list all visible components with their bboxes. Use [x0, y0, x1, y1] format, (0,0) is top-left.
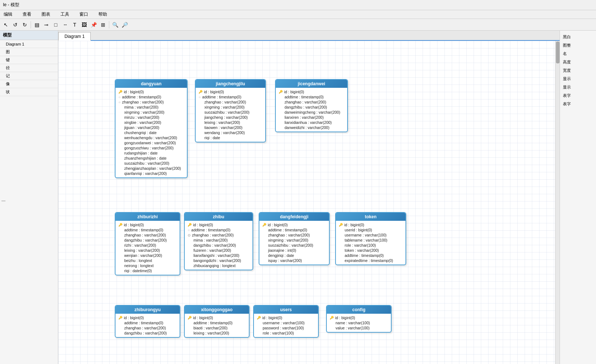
field-name: leixing : varchar(200) — [193, 331, 229, 335]
right-sidebar-xianshi1[interactable]: 显示 — [561, 75, 595, 82]
image-btn[interactable]: 🖼 — [80, 20, 89, 29]
sidebar-item-zhuang[interactable]: 状 — [0, 88, 58, 96]
db-table-zhiburizhi[interactable]: zhiburizhi🔑id : bigint(0) addtime : time… — [115, 212, 180, 275]
db-table-jicengdanwei[interactable]: jicengdanwei🔑id : bigint(0) addtime : ti… — [275, 79, 348, 132]
table-row: lianxiren : varchar(200) — [279, 115, 344, 120]
field-name: id : bigint(0) — [262, 316, 282, 320]
sidebar-header: 模型 — [0, 31, 58, 40]
redo-btn[interactable]: ↻ — [20, 20, 29, 29]
undo-btn[interactable]: ↺ — [11, 20, 20, 29]
field-name: id : bigint(0) — [193, 223, 213, 227]
right-sidebar-xianshi2[interactable]: 显示 — [561, 84, 595, 91]
table-row: username : varchar(100) — [257, 320, 315, 325]
relation-btn[interactable]: ⊸ — [42, 20, 51, 29]
right-sidebar-kuandu[interactable]: 宽度 — [561, 67, 595, 74]
tab-diagram1[interactable]: Diagram 1 — [58, 32, 91, 41]
field-name: id : bigint(0) — [335, 316, 355, 320]
sidebar-item-jing[interactable]: 径 — [0, 64, 58, 72]
db-table-zhiburongyu[interactable]: zhiburongyu🔑id : bigint(0) addtime : tim… — [115, 305, 180, 338]
table-row: userid : bigint(0) — [339, 227, 403, 232]
field-name: zhanghao : varchar(200) — [268, 233, 310, 237]
table-row: addtime : timestamp(0) — [262, 227, 326, 232]
table-body-dangfeidengji: 🔑id : bigint(0) addtime : timestamp(0) z… — [259, 221, 329, 265]
db-table-jiangchengjilu[interactable]: jiangchengjilu🔑id : bigint(0)○addtime : … — [195, 79, 266, 142]
table-row: ○addtime : timestamp(0) — [188, 227, 250, 232]
menu-view[interactable]: 查看 — [20, 11, 34, 18]
field-name: tablename : varchar(100) — [345, 238, 387, 242]
scrollbar-thumb[interactable] — [556, 42, 560, 63]
menu-edit[interactable]: 编辑 — [1, 11, 15, 18]
field-name: fuzeren : varchar(200) — [193, 248, 231, 253]
table-row: jiguan : varchar(200) — [118, 125, 184, 130]
select-tool-btn[interactable]: ↖ — [1, 20, 10, 29]
sidebar-item-diagram1[interactable]: Diagram 1 — [0, 40, 58, 48]
circle-icon: ○ — [118, 95, 121, 99]
table-row: ○addtime : timestamp(0) — [199, 94, 262, 99]
canvas[interactable]: dangyuan🔑id : bigint(0)○addtime : timest… — [58, 41, 560, 364]
right-sidebar-biaozi1[interactable]: 表字 — [561, 92, 595, 99]
right-sidebar-baihe[interactable]: 黑白 — [561, 34, 595, 40]
field-name: lianxifangshi : varchar(200) — [193, 253, 239, 258]
table-header-config: config — [327, 306, 391, 314]
table-row: zhanghao : varchar(200) — [118, 232, 177, 238]
field-name: value : varchar(100) — [336, 326, 369, 330]
field-name: lianxidianhua : varchar(200) — [285, 120, 332, 125]
table-row: tablename : varchar(100) — [339, 238, 403, 243]
table-body-dangyuan: 🔑id : bigint(0)○addtime : timestamp(0)○z… — [115, 88, 187, 177]
field-name: qianfanriqi : varchar(200) — [124, 171, 167, 176]
db-table-xitonggonggao[interactable]: xitonggonggao🔑id : bigint(0) addtime : t… — [184, 305, 250, 338]
menu-tools[interactable]: 工具 — [58, 11, 71, 18]
key-icon: 🔑 — [188, 316, 192, 320]
table-row: dangzhibu : varchar(200) — [279, 105, 344, 110]
right-sidebar-gaodu[interactable]: 高度 — [561, 59, 595, 66]
db-table-zhibu[interactable]: zhibu🔑id : bigint(0)○addtime : timestamp… — [184, 212, 253, 270]
field-name: zhanghao : varchar(200) — [122, 100, 164, 104]
right-sidebar-tuzhen[interactable]: 图整 — [561, 42, 595, 49]
table-btn[interactable]: ▤ — [32, 20, 41, 29]
db-table-dangfeidengji[interactable]: dangfeidengji🔑id : bigint(0) addtime : t… — [259, 212, 330, 265]
key-icon: 🔑 — [118, 223, 122, 227]
special-btn[interactable]: ⊞ — [99, 20, 107, 29]
zoom-out-btn[interactable]: 🔎 — [120, 20, 129, 29]
key-icon: 🔑 — [330, 316, 334, 320]
field-name: addtime : timestamp(0) — [191, 228, 230, 232]
menu-diagram[interactable]: 图表 — [39, 11, 52, 18]
sidebar-item-xiang[interactable]: 像 — [0, 80, 58, 88]
db-table-users[interactable]: users🔑id : bigint(0) username : varchar(… — [253, 305, 319, 338]
db-table-dangyuan[interactable]: dangyuan🔑id : bigint(0)○addtime : timest… — [115, 79, 188, 178]
table-row: zhengjianzhaoplan : varchar(200) — [118, 166, 184, 171]
zoom-in-btn[interactable]: 🔍 — [111, 20, 119, 29]
sidebar-item-tu[interactable]: 图 — [0, 48, 58, 56]
field-name: xingbie : varchar(200) — [124, 120, 161, 125]
table-row: password : varchar(100) — [257, 325, 315, 330]
menu-help[interactable]: 帮助 — [96, 11, 109, 18]
db-table-config[interactable]: config🔑id : bigint(0) name : varchar(100… — [326, 305, 392, 333]
db-table-token[interactable]: token🔑id : bigint(0) userid : bigint(0) … — [335, 212, 406, 265]
table-row: wendang : varchar(200) — [199, 130, 262, 135]
sidebar-item-jian[interactable]: 键 — [0, 56, 58, 64]
line-btn[interactable]: ╌ — [61, 20, 70, 29]
menu-bar: 编辑 查看 图表 工具 窗口 帮助 — [0, 10, 596, 19]
sidebar-ji-label: 记 — [6, 73, 10, 79]
right-sidebar-biaozi2[interactable]: 表字 — [561, 101, 595, 107]
sidebar-xiang-label: 像 — [6, 81, 10, 87]
table-row: 🔑id : bigint(0) — [118, 89, 184, 94]
field-name: minzu : varchar(200) — [124, 115, 159, 120]
table-row: 🔑id : bigint(0) — [279, 89, 344, 94]
vertical-scrollbar[interactable] — [555, 41, 560, 364]
table-body-zhiburongyu: 🔑id : bigint(0) addtime : timestamp(0) z… — [115, 314, 180, 337]
circle-icon: ○ — [188, 228, 190, 232]
table-row: 🔑id : bigint(0) — [188, 222, 250, 227]
table-row: jiaonajine : int(0) — [262, 248, 326, 253]
table-row: riqi : datetime(0) — [118, 268, 177, 273]
note-btn[interactable]: 📌 — [89, 20, 98, 29]
table-row: zhanghao : varchar(200) — [118, 325, 177, 330]
table-header-zhibu: zhibu — [185, 213, 252, 221]
right-sidebar-ming[interactable]: 名 — [561, 50, 595, 57]
menu-window[interactable]: 窗口 — [77, 11, 90, 18]
table-row: riqi : date — [199, 135, 262, 140]
left-sidebar: 模型 Diagram 1 图 键 径 记 像 状 — — [0, 31, 58, 364]
rect-btn[interactable]: □ — [51, 20, 60, 29]
sidebar-item-ji[interactable]: 记 — [0, 72, 58, 80]
text-btn[interactable]: T — [70, 20, 79, 29]
